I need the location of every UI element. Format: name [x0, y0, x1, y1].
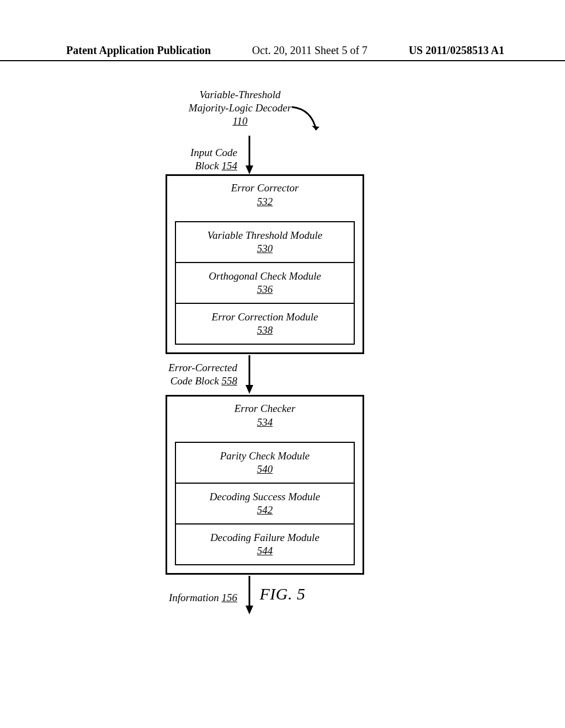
decoder-title-ref: 110 [232, 115, 247, 127]
error-corrector-title-text: Error Corrector [231, 182, 299, 194]
module-ref: 538 [257, 324, 273, 337]
module-name: Decoding Failure Module [210, 531, 319, 544]
module-ref: 542 [257, 504, 273, 517]
error-corrector-title: Error Corrector 532 [167, 181, 363, 208]
decoding-failure-module: Decoding Failure Module 544 [175, 523, 355, 565]
parity-check-module: Parity Check Module 540 [175, 442, 355, 484]
svg-marker-6 [246, 606, 253, 614]
module-name: Parity Check Module [220, 449, 310, 463]
input-label-line1: Input Code [190, 147, 237, 158]
module-name: Decoding Success Module [210, 490, 321, 504]
arrow-mid-icon [246, 355, 253, 394]
error-checker-title-text: Error Checker [234, 403, 296, 414]
decoder-title-line2: Majority-Logic Decoder [189, 102, 291, 114]
mid-label-line2-prefix: Code Block [170, 375, 222, 387]
error-corrector-ref: 532 [257, 196, 273, 207]
module-ref: 544 [257, 544, 273, 558]
error-checker-ref: 534 [257, 416, 273, 428]
decoder-title: Variable-Threshold Majority-Logic Decode… [188, 88, 292, 127]
decoder-title-line1: Variable-Threshold [199, 89, 280, 100]
svg-marker-2 [246, 165, 253, 174]
header-right: US 2011/0258513 A1 [409, 44, 504, 57]
svg-marker-0 [312, 126, 319, 130]
header-center: Oct. 20, 2011 Sheet 5 of 7 [211, 44, 408, 57]
module-name: Variable Threshold Module [207, 229, 322, 242]
error-checker-title: Error Checker 534 [167, 402, 363, 429]
page: Patent Application Publication Oct. 20, … [0, 0, 565, 728]
mid-label-line1: Error-Corrected [168, 362, 237, 373]
corrector-modules: Variable Threshold Module 530 Orthogonal… [175, 221, 355, 345]
error-correction-module: Error Correction Module 538 [175, 303, 355, 345]
decoding-success-module: Decoding Success Module 542 [175, 483, 355, 524]
svg-marker-4 [246, 385, 253, 394]
module-ref: 540 [257, 463, 273, 476]
checker-modules: Parity Check Module 540 Decoding Success… [175, 442, 355, 565]
orthogonal-check-module: Orthogonal Check Module 536 [175, 262, 355, 304]
arrow-input-icon [246, 136, 253, 174]
input-label-ref: 154 [222, 160, 238, 172]
module-ref: 536 [257, 283, 273, 296]
diagram-area: Variable-Threshold Majority-Logic Decode… [0, 88, 565, 640]
mid-label-ref: 558 [222, 375, 238, 387]
page-header: Patent Application Publication Oct. 20, … [0, 44, 565, 61]
module-name: Orthogonal Check Module [209, 270, 321, 283]
header-left: Patent Application Publication [66, 44, 211, 57]
figure-caption: FIG. 5 [0, 585, 565, 603]
module-ref: 530 [257, 242, 273, 255]
mid-label: Error-Corrected Code Block 558 [154, 361, 237, 388]
error-checker-box: Error Checker 534 Parity Check Module 54… [166, 395, 364, 575]
input-label-line2-prefix: Block [195, 160, 221, 172]
leader-line-icon [290, 105, 323, 138]
variable-threshold-module: Variable Threshold Module 530 [175, 221, 355, 263]
input-label: Input Code Block 154 [166, 146, 237, 173]
error-corrector-box: Error Corrector 532 Variable Threshold M… [166, 174, 364, 354]
module-name: Error Correction Module [212, 311, 318, 324]
